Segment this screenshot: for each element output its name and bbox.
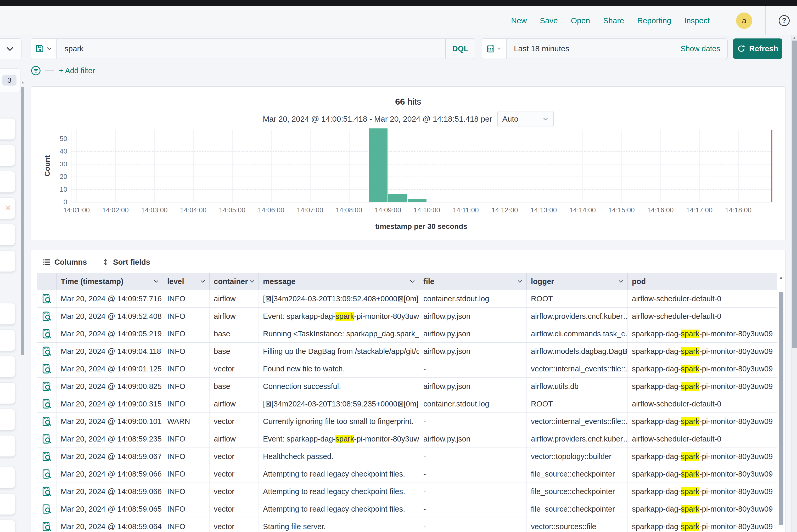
logger-cell[interactable]: file_source::checkpointer: [527, 465, 628, 482]
field-card[interactable]: [0, 171, 15, 192]
nav-link-reporting[interactable]: Reporting: [637, 16, 671, 25]
histogram-bar[interactable]: [369, 129, 388, 202]
level-cell[interactable]: INFO: [163, 483, 209, 500]
pod-cell[interactable]: sparkapp-dag-spark-pi-monitor-80y3uw09: [628, 413, 777, 430]
column-header-file[interactable]: file: [419, 273, 527, 290]
time-cell[interactable]: Mar 20, 2024 @ 14:09:57.716: [57, 290, 163, 307]
message-cell[interactable]: Starting file server.: [259, 518, 419, 532]
level-cell[interactable]: INFO: [163, 448, 209, 465]
time-cell[interactable]: Mar 20, 2024 @ 14:08:59.067: [57, 448, 163, 465]
container-cell[interactable]: airflow: [209, 430, 259, 448]
file-cell[interactable]: airflow.py.json: [419, 378, 527, 395]
logger-cell[interactable]: airflow.utils.db: [527, 378, 628, 395]
column-header-level[interactable]: level: [163, 273, 209, 290]
inspect-document-icon[interactable]: [41, 451, 52, 462]
container-cell[interactable]: base: [209, 378, 259, 395]
time-cell[interactable]: Mar 20, 2024 @ 14:08:59.066: [57, 465, 163, 482]
message-cell[interactable]: Event: sparkapp-dag-spark-pi-monitor-80y…: [259, 308, 419, 325]
level-cell[interactable]: INFO: [163, 395, 209, 413]
columns-button[interactable]: Columns: [43, 258, 87, 267]
inspect-document-icon[interactable]: [41, 486, 52, 497]
level-cell[interactable]: INFO: [163, 518, 209, 532]
message-cell[interactable]: Currently ignoring file too small to fin…: [259, 413, 419, 430]
container-cell[interactable]: airflow: [209, 395, 259, 413]
column-header-logger[interactable]: logger: [527, 273, 628, 290]
inspect-document-icon[interactable]: [41, 381, 52, 392]
logger-cell[interactable]: vector::internal_events::file::…: [527, 360, 628, 377]
pod-cell[interactable]: sparkapp-dag-spark-pi-monitor-80y3uw09: [628, 448, 777, 465]
file-cell[interactable]: airflow.py.json: [419, 343, 527, 360]
nav-link-new[interactable]: New: [511, 16, 527, 25]
scroll-up-arrow-icon[interactable]: ▲: [792, 35, 797, 40]
time-cell[interactable]: Mar 20, 2024 @ 14:09:00.825: [57, 378, 163, 395]
time-range-value[interactable]: Last 18 minutes: [506, 39, 681, 59]
chevron-down-icon[interactable]: [153, 279, 159, 284]
container-cell[interactable]: vector: [209, 413, 259, 430]
message-cell[interactable]: Attempting to read legacy checkpoint fil…: [259, 483, 419, 500]
time-cell[interactable]: Mar 20, 2024 @ 14:08:59.065: [57, 500, 163, 518]
container-cell[interactable]: airflow: [209, 290, 259, 307]
inspect-document-icon[interactable]: [41, 469, 52, 479]
logger-cell[interactable]: vector::sources::file: [527, 518, 628, 532]
message-cell[interactable]: [⊠[34m2024-03-20T13:08:59.235+0000⊠[0m] …: [259, 395, 419, 413]
nav-link-share[interactable]: Share: [603, 16, 624, 25]
pod-cell[interactable]: sparkapp-dag-spark-pi-monitor-80y3uw09: [628, 378, 777, 395]
container-cell[interactable]: vector: [209, 448, 259, 465]
sidebar-scrollbar[interactable]: ▲: [21, 80, 24, 402]
logger-cell[interactable]: vector::internal_events::file::…: [527, 413, 628, 430]
time-cell[interactable]: Mar 20, 2024 @ 14:08:59.064: [57, 518, 163, 532]
histogram-bar[interactable]: [388, 194, 407, 202]
level-cell[interactable]: INFO: [163, 378, 209, 395]
page-scrollbar[interactable]: ▲: [791, 35, 797, 532]
saved-query-menu-button[interactable]: [31, 38, 57, 59]
container-cell[interactable]: vector: [209, 518, 259, 532]
sidebar-collapse-button[interactable]: [0, 38, 21, 59]
field-card[interactable]: [0, 250, 15, 272]
column-header-pod[interactable]: pod: [628, 273, 777, 290]
file-cell[interactable]: -: [419, 413, 527, 430]
pod-cell[interactable]: sparkapp-dag-spark-pi-monitor-80y3uw09: [628, 343, 777, 360]
message-cell[interactable]: Event: sparkapp-dag-spark-pi-monitor-80y…: [259, 430, 419, 448]
nav-link-save[interactable]: Save: [540, 16, 558, 25]
selected-fields-box[interactable]: 3: [0, 69, 20, 92]
pod-cell[interactable]: sparkapp-dag-spark-pi-monitor-80y3uw09: [628, 325, 777, 342]
pod-cell[interactable]: airflow-scheduler-default-0: [628, 290, 777, 307]
inspect-document-icon[interactable]: [41, 364, 52, 374]
chevron-down-icon[interactable]: [200, 279, 206, 284]
pod-cell[interactable]: airflow-scheduler-default-0: [628, 308, 777, 325]
message-cell[interactable]: [⊠[34m2024-03-20T13:09:52.408+0000⊠[0m] …: [259, 290, 419, 307]
pod-cell[interactable]: sparkapp-dag-spark-pi-monitor-80y3uw09: [628, 500, 777, 518]
field-card[interactable]: [0, 329, 15, 351]
field-card[interactable]: [0, 382, 15, 404]
nav-link-open[interactable]: Open: [571, 16, 590, 25]
inspect-document-icon[interactable]: [41, 521, 52, 532]
level-cell[interactable]: WARN: [163, 413, 209, 430]
logger-cell[interactable]: ROOT: [527, 290, 628, 307]
container-cell[interactable]: airflow: [209, 308, 259, 325]
container-cell[interactable]: base: [209, 325, 259, 342]
time-cell[interactable]: Mar 20, 2024 @ 14:09:05.219: [57, 325, 163, 342]
inspect-document-icon[interactable]: [41, 434, 52, 444]
file-cell[interactable]: airflow.py.json: [419, 325, 527, 342]
inspect-document-icon[interactable]: [41, 399, 52, 409]
page-scrollbar-thumb[interactable]: [792, 40, 797, 348]
time-cell[interactable]: Mar 20, 2024 @ 14:09:00.315: [57, 395, 163, 413]
file-cell[interactable]: -: [419, 465, 527, 482]
chevron-down-icon[interactable]: [517, 279, 523, 284]
message-cell[interactable]: Attempting to read legacy checkpoint fil…: [259, 465, 419, 482]
field-card[interactable]: [0, 520, 15, 532]
time-cell[interactable]: Mar 20, 2024 @ 14:09:01.125: [57, 360, 163, 377]
time-cell[interactable]: Mar 20, 2024 @ 14:08:59.235: [57, 430, 163, 448]
logger-cell[interactable]: file_source::checkpointer: [527, 500, 628, 518]
chevron-down-icon[interactable]: [409, 279, 415, 284]
container-cell[interactable]: base: [209, 343, 259, 360]
pod-cell[interactable]: airflow-scheduler-default-0: [628, 395, 777, 413]
field-card[interactable]: [0, 356, 15, 377]
level-cell[interactable]: INFO: [163, 290, 209, 307]
scroll-up-arrow-icon[interactable]: ▲: [21, 80, 24, 84]
time-cell[interactable]: Mar 20, 2024 @ 14:09:52.408: [57, 308, 163, 325]
container-cell[interactable]: vector: [209, 465, 259, 482]
add-filter-button[interactable]: + Add filter: [59, 66, 95, 75]
message-cell[interactable]: Running <TaskInstance: sparkapp_dag.spar…: [259, 325, 419, 342]
level-cell[interactable]: INFO: [163, 360, 209, 377]
